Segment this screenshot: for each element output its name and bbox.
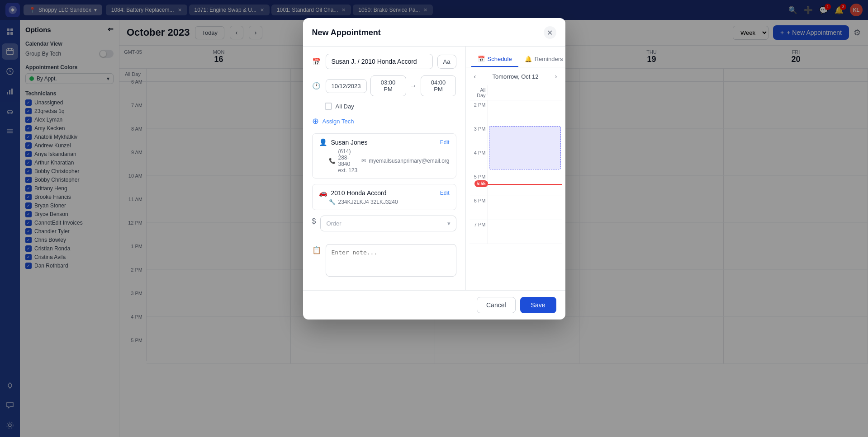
all-day-label: All Day: [336, 103, 354, 110]
mini-row-4pm: 4 PM: [470, 148, 562, 172]
current-time-badge: 5:55: [474, 180, 488, 187]
mini-row-6pm: 6 PM: [470, 196, 562, 220]
schedule-tabs: 📅 Schedule 🔔 Reminders: [466, 47, 565, 67]
aa-button[interactable]: Aa: [437, 55, 456, 69]
mini-cell-4pm: [488, 148, 562, 172]
note-icon: 📋: [312, 244, 321, 254]
customer-vehicle-row: 📅 Aa: [312, 54, 456, 69]
modal-header: New Appointment ✕: [303, 18, 565, 47]
next-day-button[interactable]: ›: [552, 72, 560, 81]
customer-info: 📞 (614) 288-3840 ext. 123 ✉ myemailsusan…: [319, 148, 450, 174]
mini-row-3pm: 3 PM: [470, 124, 562, 148]
vehicle-name: 2010 Honda Accord: [331, 189, 387, 197]
note-section: 📋: [312, 244, 456, 277]
schedule-nav: ‹ Tomorrow, Oct 12 ›: [466, 67, 565, 85]
mini-time-4pm: 4 PM: [470, 148, 488, 172]
vehicle-header: 🚗 2010 Honda Accord Edit: [319, 189, 450, 197]
note-textarea[interactable]: [326, 244, 456, 277]
order-select-dropdown[interactable]: Order ▾: [320, 216, 456, 231]
current-time-indicator: 5:55: [488, 184, 562, 185]
mini-cell-2pm: [488, 100, 562, 124]
customer-name-row: 👤 Susan Jones: [319, 138, 368, 146]
mini-time-6pm: 6 PM: [470, 196, 488, 220]
modal-left-panel: 📅 Aa 🕐 10/12/2023 03:00 PM → 04:00 PM Al…: [303, 47, 466, 290]
schedule-tab[interactable]: 📅 Schedule: [471, 52, 518, 67]
calendar-icon: 📅: [312, 57, 321, 66]
modal-overlay[interactable]: New Appointment ✕ 📅 Aa 🕐 10/12/2023 03:0…: [0, 0, 868, 437]
vehicle-name-row: 🚗 2010 Honda Accord: [319, 189, 387, 197]
date-input[interactable]: 10/12/2023: [326, 79, 367, 93]
customer-name: Susan Jones: [331, 139, 368, 146]
customer-card-header: 👤 Susan Jones Edit: [319, 138, 450, 146]
customer-card: 👤 Susan Jones Edit 📞 (614) 288-3840 ext.…: [312, 133, 456, 179]
vehicle-edit-link[interactable]: Edit: [440, 190, 450, 196]
mini-row-5pm: 5 PM 5:55: [470, 172, 562, 196]
mini-time-3pm: 3 PM: [470, 124, 488, 148]
modal-body: 📅 Aa 🕐 10/12/2023 03:00 PM → 04:00 PM Al…: [303, 47, 565, 290]
customer-phone: (614) 288-3840 ext. 123: [338, 148, 359, 174]
new-appointment-modal: New Appointment ✕ 📅 Aa 🕐 10/12/2023 03:0…: [303, 18, 565, 320]
vehicle-card: 🚗 2010 Honda Accord Edit 🔧 234KJ2LKJ4 32…: [312, 184, 456, 210]
end-time-input[interactable]: 04:00 PM: [421, 75, 456, 96]
mini-cell-6pm: [488, 196, 562, 220]
vehicle-vin: 234KJ2LKJ4 32LKJ3240: [338, 199, 398, 205]
mini-row-2pm: 2 PM: [470, 100, 562, 124]
cancel-button[interactable]: Cancel: [477, 297, 516, 313]
modal-right-panel: 📅 Schedule 🔔 Reminders ‹ Tomorrow, Oct 1…: [466, 47, 565, 290]
mini-time-2pm: 2 PM: [470, 100, 488, 124]
reminders-tab[interactable]: 🔔 Reminders: [518, 52, 565, 67]
arrow-icon: →: [410, 82, 417, 90]
customer-edit-link[interactable]: Edit: [440, 139, 450, 146]
dollar-icon: $: [312, 216, 316, 226]
mini-all-day-label: All Day: [470, 85, 488, 100]
prev-day-button[interactable]: ‹: [471, 72, 479, 81]
modal-close-button[interactable]: ✕: [544, 26, 556, 39]
all-day-row: All Day: [312, 103, 456, 110]
car-icon: 🚗: [319, 189, 327, 197]
mini-cell-3pm: [488, 124, 562, 148]
clock-icon: 🕐: [312, 82, 321, 90]
person-icon: 👤: [319, 138, 327, 146]
mini-row-7pm: 7 PM: [470, 220, 562, 244]
mini-all-day-cell: [488, 85, 562, 95]
mini-cal-date: Tomorrow, Oct 12: [493, 73, 539, 80]
all-day-checkbox[interactable]: [325, 103, 332, 110]
bell-icon: 🔔: [525, 56, 532, 62]
order-section: $ Order ▾: [312, 216, 456, 238]
date-time-row: 🕐 10/12/2023 03:00 PM → 04:00 PM: [312, 75, 456, 96]
start-time-input[interactable]: 03:00 PM: [370, 75, 406, 96]
modal-footer: Cancel Save: [303, 290, 565, 320]
customer-vehicle-input[interactable]: [326, 54, 433, 69]
mini-cell-5pm: 5:55: [488, 172, 562, 196]
customer-email: myemailsusanprimary@email.org: [369, 158, 449, 164]
email-icon: ✉: [361, 158, 366, 164]
mini-cell-7pm: [488, 220, 562, 244]
vin-icon: 🔧: [329, 199, 336, 205]
plus-circle-icon: ⊕: [312, 116, 319, 126]
mini-calendar: All Day 2 PM 3 PM: [466, 85, 565, 244]
schedule-icon: 📅: [478, 56, 485, 62]
save-button[interactable]: Save: [520, 297, 556, 313]
mini-all-day: All Day: [470, 85, 562, 100]
chevron-down-icon: ▾: [447, 220, 451, 227]
assign-tech-button[interactable]: ⊕ Assign Tech: [312, 116, 456, 126]
mini-time-7pm: 7 PM: [470, 220, 488, 244]
phone-icon: 📞: [329, 158, 336, 164]
vehicle-info: 🔧 234KJ2LKJ4 32LKJ3240: [319, 199, 450, 205]
modal-title: New Appointment: [312, 28, 381, 38]
